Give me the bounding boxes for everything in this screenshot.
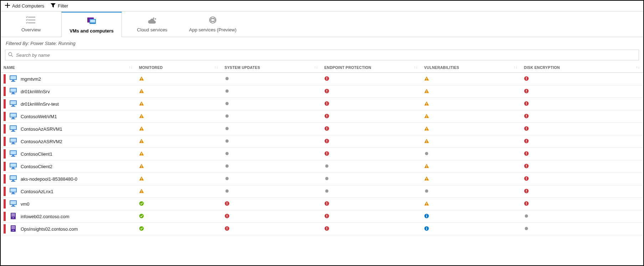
table-row[interactable]: ContosoAzASRVM2	[1, 135, 643, 148]
error-icon	[524, 151, 529, 156]
table-row[interactable]: mgmtvm2	[1, 73, 643, 85]
error-icon	[324, 226, 329, 231]
tab-vms-and-computers[interactable]: VMs and computers	[61, 12, 122, 37]
cell-disk-encryption	[521, 73, 643, 85]
unknown-icon	[225, 189, 230, 194]
vm-icon	[9, 112, 17, 121]
cell-vulnerabilities	[421, 198, 521, 210]
add-computers-button[interactable]: Add Computers	[5, 3, 44, 9]
error-icon	[524, 101, 529, 106]
severity-bar	[4, 162, 6, 171]
filter-button[interactable]: Filter	[51, 3, 68, 9]
cell-endpoint-protection	[321, 73, 421, 85]
error-icon	[524, 114, 529, 119]
cell-disk-encryption	[521, 135, 643, 148]
search-box[interactable]	[5, 50, 639, 60]
error-icon	[324, 151, 329, 156]
cell-system-updates	[222, 185, 321, 198]
table-row[interactable]: ContosoAzLnx1	[1, 185, 643, 198]
warning-icon	[139, 139, 144, 144]
tab-app-services[interactable]: App services (Preview)	[182, 11, 243, 37]
warning-icon	[139, 126, 144, 131]
ok-icon	[139, 226, 144, 231]
cell-endpoint-protection	[321, 135, 421, 148]
column-header-system-updates[interactable]: SYSTEM UPDATES↑↓	[222, 62, 321, 73]
unknown-icon	[324, 189, 329, 194]
tab-label: App services (Preview)	[182, 27, 243, 32]
resource-name: ContosoAzASRVM2	[21, 139, 62, 144]
vm-icon	[9, 87, 17, 96]
vm-icon	[9, 187, 17, 196]
unknown-icon	[225, 151, 230, 156]
table-row[interactable]: ContosoClient1	[1, 148, 643, 160]
error-icon	[524, 126, 529, 131]
cell-vulnerabilities	[421, 148, 521, 160]
warning-icon	[424, 89, 429, 94]
server-icon	[9, 212, 17, 221]
globe-icon	[182, 15, 243, 25]
severity-bar	[4, 124, 6, 134]
column-header-vulnerabilities[interactable]: VULNERABILITIES↑↓	[421, 62, 521, 73]
info-icon	[424, 226, 429, 231]
cell-endpoint-protection	[321, 198, 421, 210]
column-header-disk-encryption[interactable]: DISK ENCRYPTION↑↓	[521, 62, 643, 73]
cell-vulnerabilities	[421, 185, 521, 198]
cell-endpoint-protection	[321, 160, 421, 173]
tab-cloud-services[interactable]: Cloud services	[122, 11, 182, 37]
resources-table: NAME↑↓ MONITORED↑↓ SYSTEM UPDATES↑↓ ENDP…	[1, 62, 643, 235]
table-row[interactable]: ContosoAzASRVM1	[1, 123, 643, 135]
vm-icon	[9, 100, 17, 108]
table-row[interactable]: ContosoClient2	[1, 160, 643, 173]
resource-name: ContosoAzLnx1	[21, 189, 53, 194]
svg-point-30	[153, 17, 154, 19]
table-row[interactable]: dr01knWinSrv	[1, 85, 643, 98]
cell-monitored	[136, 123, 222, 135]
cell-system-updates	[222, 85, 321, 98]
cell-system-updates	[222, 173, 321, 185]
sort-icon: ↑↓	[514, 65, 517, 69]
table-row[interactable]: ContosoWebVM1	[1, 110, 643, 123]
warning-icon	[424, 76, 429, 81]
table-row[interactable]: vm0	[1, 198, 643, 210]
warning-icon	[139, 176, 144, 181]
table-row[interactable]: dr01knWinSrv-test	[1, 98, 643, 110]
tab-overview[interactable]: Overview	[1, 11, 61, 37]
cell-vulnerabilities	[421, 173, 521, 185]
table-row[interactable]: OpsInsights02.contoso.com	[1, 223, 643, 235]
cell-monitored	[136, 185, 222, 198]
resource-name: dr01knWinSrv	[21, 89, 50, 94]
table-row[interactable]: infoweb02.contoso.com	[1, 210, 643, 223]
cell-monitored	[136, 160, 222, 173]
cell-monitored	[136, 210, 222, 223]
error-icon	[225, 214, 230, 219]
column-header-monitored[interactable]: MONITORED↑↓	[136, 62, 222, 73]
error-icon	[324, 126, 329, 131]
column-header-endpoint-protection[interactable]: ENDPOINT PROTECTION↑↓	[321, 62, 421, 73]
unknown-icon	[524, 214, 529, 219]
sort-icon: ↑↓	[314, 65, 318, 69]
cell-vulnerabilities	[421, 160, 521, 173]
tab-label: Cloud services	[122, 27, 182, 32]
cell-system-updates	[222, 223, 321, 235]
warning-icon	[424, 164, 429, 169]
vm-icon	[9, 125, 17, 133]
unknown-icon	[225, 164, 230, 169]
unknown-icon	[225, 101, 230, 106]
table-row[interactable]: aks-nodepool1-85388480-0	[1, 173, 643, 185]
search-input[interactable]	[15, 52, 636, 58]
unknown-icon	[225, 176, 230, 181]
cell-disk-encryption	[521, 160, 643, 173]
unknown-icon	[225, 126, 230, 131]
cell-system-updates	[222, 110, 321, 123]
cell-system-updates	[222, 148, 321, 160]
severity-bar	[4, 199, 6, 209]
cell-monitored	[136, 98, 222, 110]
cell-endpoint-protection	[321, 223, 421, 235]
vms-icon	[62, 16, 122, 26]
column-header-name[interactable]: NAME↑↓	[1, 62, 136, 73]
resource-name: ContosoClient1	[21, 151, 52, 157]
cell-monitored	[136, 135, 222, 148]
cell-disk-encryption	[521, 173, 643, 185]
warning-icon	[424, 176, 429, 181]
cell-monitored	[136, 73, 222, 85]
